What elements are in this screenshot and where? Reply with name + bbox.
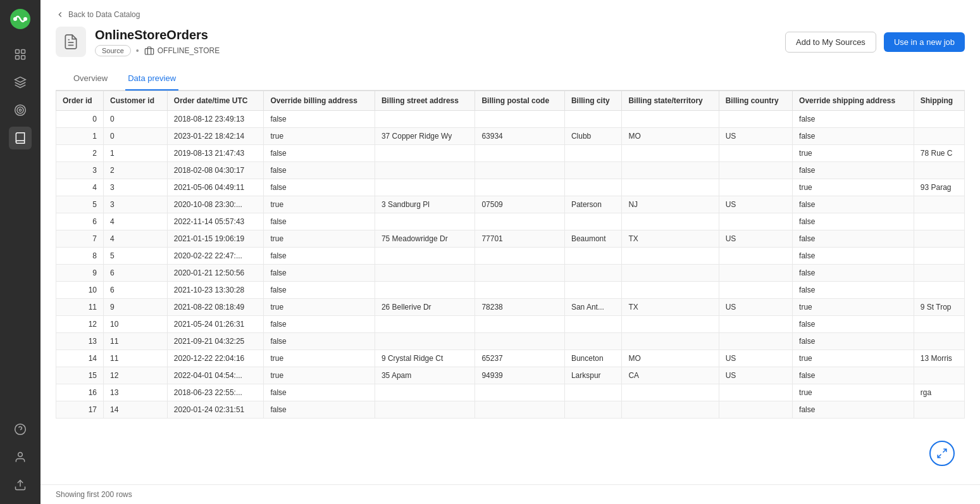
table-cell: false [793,213,914,230]
table-cell [564,162,622,179]
table-cell [564,213,622,230]
table-row: 16132018-06-23 22:55:...falsetruerga [56,384,965,401]
table-row: 15122022-04-01 04:54:...true35 Apam94939… [56,367,965,384]
svg-point-10 [15,424,26,435]
table-cell [914,282,964,299]
table-cell [375,213,475,230]
back-link[interactable]: Back to Data Catalog [56,10,965,19]
expand-fab[interactable] [929,441,955,466]
table-body: 002018-08-12 23:49:13falsefalse102023-01… [56,111,965,419]
table-cell: 12 [56,316,104,333]
table-cell: 9 Crystal Ridge Ct [375,350,475,367]
table-cell[interactable]: 0 [104,128,168,145]
table-row: 432021-05-06 04:49:11falsetrue93 Parag [56,179,965,196]
table-cell[interactable]: 5 [104,248,168,265]
col-customer-id: Customer id [104,91,168,111]
table-cell[interactable]: 14 [104,401,168,419]
table-cell[interactable]: 2 [104,162,168,179]
dot-separator: • [136,46,139,56]
table-cell [622,316,719,333]
table-cell: false [264,111,375,128]
table-cell [914,162,964,179]
sidebar-item-book[interactable] [9,127,32,149]
table-cell[interactable]: 1 [104,145,168,162]
table-cell[interactable]: 13 [104,384,168,401]
table-cell [564,145,622,162]
table-cell[interactable]: 12 [104,367,168,384]
table-cell: false [793,128,914,145]
table-cell [475,401,564,419]
table-cell[interactable]: 0 [104,111,168,128]
table-cell[interactable]: 3 [104,196,168,213]
tab-overview[interactable]: Overview [71,67,110,91]
table-cell [914,401,964,419]
table-cell[interactable]: 10 [104,316,168,333]
table-cell: NJ [622,196,719,213]
table-cell[interactable]: 11 [104,333,168,350]
table-cell [475,248,564,265]
svg-point-2 [23,17,27,21]
sidebar-item-help[interactable] [9,418,32,441]
table-row: 532020-10-08 23:30:...true3 Sandburg Pl0… [56,196,965,213]
sidebar-item-grid[interactable] [9,43,32,66]
table-cell: true [264,299,375,316]
table-cell: 16 [56,384,104,401]
table-cell: false [264,333,375,350]
table-cell: 2022-11-14 05:57:43 [167,213,264,230]
table-cell[interactable]: 4 [104,213,168,230]
table-cell [719,145,792,162]
svg-rect-3 [16,50,20,54]
table-cell: 11 [56,299,104,316]
table-cell [375,316,475,333]
table-cell: 2021-08-22 08:18:49 [167,299,264,316]
table-cell: MO [622,350,719,367]
table-container[interactable]: Order id Customer id Order date/time UTC… [56,91,965,484]
table-cell: 37 Copper Ridge Wy [375,128,475,145]
table-cell: true [264,350,375,367]
tab-bar: Overview Data preview [56,67,965,91]
table-cell: 17 [56,401,104,419]
col-override-billing: Override billing address [264,91,375,111]
table-cell: US [719,350,792,367]
add-sources-button[interactable]: Add to My Sources [785,32,876,53]
table-cell [622,248,719,265]
table-cell: true [264,128,375,145]
table-cell[interactable]: 3 [104,179,168,196]
table-cell[interactable]: 6 [104,265,168,282]
table-cell [622,384,719,401]
table-cell: Clubb [564,128,622,145]
table-cell [475,162,564,179]
table-row: 102023-01-22 18:42:14true37 Copper Ridge… [56,128,965,145]
sidebar-item-layers[interactable] [9,71,32,94]
table-cell: 8 [56,248,104,265]
table-cell: Larkspur [564,367,622,384]
table-row: 962020-01-21 12:50:56falsefalse [56,265,965,282]
table-cell[interactable]: 11 [104,350,168,367]
title-row: OnlineStoreOrders Source • OFFLINE_STORE [56,27,965,57]
app-logo[interactable] [9,8,32,30]
sidebar-item-target[interactable] [9,99,32,122]
table-cell[interactable]: 4 [104,230,168,248]
table-cell: false [793,333,914,350]
table-footer: Showing first 200 rows [40,484,980,504]
table-cell [375,401,475,419]
table-cell [475,179,564,196]
table-cell [914,333,964,350]
expand-icon [936,448,948,459]
table-cell[interactable]: 6 [104,282,168,299]
sidebar-item-export[interactable] [9,474,32,496]
table-cell: false [264,384,375,401]
use-in-job-button[interactable]: Use in a new job [884,32,965,52]
table-cell [564,401,622,419]
table-cell [564,248,622,265]
tab-data-preview[interactable]: Data preview [125,67,178,91]
table-cell [719,265,792,282]
table-cell [475,265,564,282]
table-cell [375,162,475,179]
row-count-label: Showing first 200 rows [56,490,132,499]
table-cell: 78238 [475,299,564,316]
table-cell: 93 Parag [914,179,964,196]
table-cell[interactable]: 9 [104,299,168,316]
table-header: Order id Customer id Order date/time UTC… [56,91,965,111]
sidebar-item-user[interactable] [9,446,32,469]
